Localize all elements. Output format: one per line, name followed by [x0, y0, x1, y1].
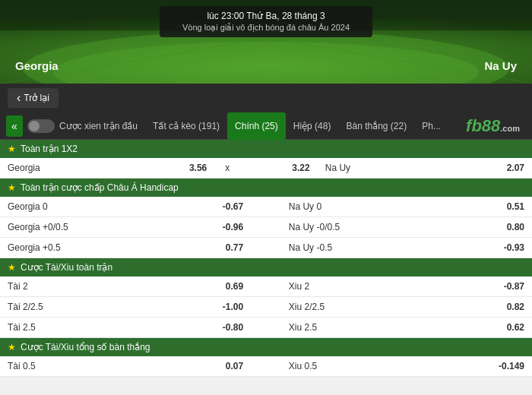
table-row[interactable]: Tài 2/2.5 -1.00 Xiu 2/2.5 0.82	[0, 297, 532, 318]
back-label: Trở lại	[24, 93, 49, 103]
logo-brand: fb88	[466, 116, 500, 135]
table-row[interactable]: Tài 2 0.69 Xiu 2 -0.87	[0, 276, 532, 297]
stadium-header: lúc 23:00 Thứ Ba, 28 tháng 3 Vòng loại g…	[0, 0, 532, 84]
away-odds-t2[interactable]: 0.82	[442, 297, 532, 318]
away-odds-h2[interactable]: 0.80	[442, 217, 532, 238]
home-odds-t2[interactable]: -1.00	[160, 297, 251, 318]
home-odds-t1[interactable]: 0.69	[160, 276, 251, 297]
home-team-b1: Tài 0.5	[0, 356, 160, 377]
away-team-1x2: Na Uy	[318, 158, 455, 179]
home-odds-1x2[interactable]: 3.56	[138, 158, 215, 179]
away-odds-t3[interactable]: 0.62	[442, 318, 532, 338]
section-handicap-header: ★ Toàn trận cược chấp Châu Á Handicap	[0, 179, 532, 197]
section-1x2-header: ★ Toàn trận 1X2	[0, 140, 532, 158]
home-odds-t3[interactable]: -0.80	[160, 318, 251, 338]
home-odds-h2[interactable]: -0.96	[160, 217, 251, 238]
section3-title: Cược Tài/Xiu toàn trận	[21, 262, 112, 273]
tab-all-odds[interactable]: Tất cả kèo (191)	[145, 112, 227, 140]
home-team-t3: Tài 2.5	[0, 318, 160, 338]
draw-odds-1x2[interactable]: 3.22	[240, 158, 318, 179]
away-team-h3: Na Uy -0.5	[281, 238, 442, 258]
away-team-h2: Na Uy -0/0.5	[281, 217, 442, 238]
home-team-h1: Georgia 0	[0, 197, 160, 217]
match-time: lúc 23:00 Thứ Ba, 28 tháng 3	[175, 11, 357, 21]
section-taixiu-header: ★ Cược Tài/Xiu toàn trận	[0, 258, 532, 276]
away-team-h1: Na Uy 0	[281, 197, 442, 217]
away-odds-1x2[interactable]: 2.07	[454, 158, 532, 179]
tabs-bar: « Cược xien trận đầu Tất cả kèo (191) Ch…	[0, 112, 532, 140]
toggle-knob	[29, 121, 40, 131]
team-home: Georgia	[15, 59, 59, 72]
away-team-b1: Xiu 0.5	[281, 356, 442, 377]
content-area: ★ Toàn trận 1X2 Georgia 3.56 x 3.22 Na U…	[0, 140, 532, 395]
home-odds-h3[interactable]: 0.77	[160, 238, 251, 258]
tab-more[interactable]: Ph...	[414, 112, 448, 140]
nav-bar: Trở lại	[0, 84, 532, 112]
table-tong: Tài 0.5 0.07 Xiu 0.5 -0.149	[0, 356, 532, 377]
tab-main[interactable]: Chính (25)	[227, 112, 286, 140]
live-label: Cược xien trận đầu	[59, 121, 138, 131]
tournament-name: Vòng loại giải vô địch bóng đá châu Âu 2…	[175, 23, 357, 33]
star-icon-3: ★	[8, 262, 16, 273]
section2-title: Toàn trận cược chấp Châu Á Handicap	[21, 182, 179, 193]
away-team-t2: Xiu 2/2.5	[281, 297, 442, 318]
table-row[interactable]: Georgia 0 -0.67 Na Uy 0 0.51	[0, 197, 532, 217]
away-odds-h3[interactable]: -0.93	[442, 238, 532, 258]
back-button[interactable]: Trở lại	[8, 88, 59, 108]
home-team-h2: Georgia +0/0.5	[0, 217, 160, 238]
table-1x2: Georgia 3.56 x 3.22 Na Uy 2.07	[0, 158, 532, 179]
star-icon-1: ★	[8, 144, 16, 154]
arrow-left-icon[interactable]: «	[6, 115, 23, 137]
live-toggle[interactable]: Cược xien trận đầu	[27, 119, 138, 133]
logo-tld: .com	[500, 124, 520, 133]
away-team-t1: Xiu 2	[281, 276, 442, 297]
away-team-t3: Xiu 2.5	[281, 318, 442, 338]
away-odds-t1[interactable]: -0.87	[442, 276, 532, 297]
home-team-t2: Tài 2/2.5	[0, 297, 160, 318]
section1-title: Toàn trận 1X2	[21, 144, 78, 154]
home-odds-b1[interactable]: 0.07	[160, 356, 251, 377]
home-team-1x2: Georgia	[0, 158, 138, 179]
home-odds-h1[interactable]: -0.67	[160, 197, 251, 217]
toggle-track	[27, 119, 55, 133]
section4-title: Cược Tài/Xiu tổng số bàn thắng	[21, 342, 150, 352]
tab-half[interactable]: Hiệp (48)	[286, 112, 339, 140]
table-row[interactable]: Georgia +0.5 0.77 Na Uy -0.5 -0.93	[0, 238, 532, 258]
fb88-logo: fb88.com	[466, 116, 526, 136]
away-odds-b1[interactable]: -0.149	[442, 356, 532, 377]
table-handicap: Georgia 0 -0.67 Na Uy 0 0.51 Georgia +0/…	[0, 197, 532, 258]
section-tong-header: ★ Cược Tài/Xiu tổng số bàn thắng	[0, 338, 532, 356]
tab-goals[interactable]: Bàn thắng (22)	[338, 112, 414, 140]
table-row[interactable]: Tài 0.5 0.07 Xiu 0.5 -0.149	[0, 356, 532, 377]
team-away: Na Uy	[484, 59, 517, 72]
home-team-h3: Georgia +0.5	[0, 238, 160, 258]
table-taixiu: Tài 2 0.69 Xiu 2 -0.87 Tài 2/2.5 -1.00 X…	[0, 276, 532, 338]
table-row[interactable]: Georgia 3.56 x 3.22 Na Uy 2.07	[0, 158, 532, 179]
table-row[interactable]: Tài 2.5 -0.80 Xiu 2.5 0.62	[0, 318, 532, 338]
draw-label-1x2: x	[214, 158, 240, 179]
home-team-t1: Tài 2	[0, 276, 160, 297]
star-icon-2: ★	[8, 182, 16, 193]
star-icon-4: ★	[8, 342, 16, 352]
table-row[interactable]: Georgia +0/0.5 -0.96 Na Uy -0/0.5 0.80	[0, 217, 532, 238]
away-odds-h1[interactable]: 0.51	[442, 197, 532, 217]
match-info-box: lúc 23:00 Thứ Ba, 28 tháng 3 Vòng loại g…	[160, 6, 372, 37]
